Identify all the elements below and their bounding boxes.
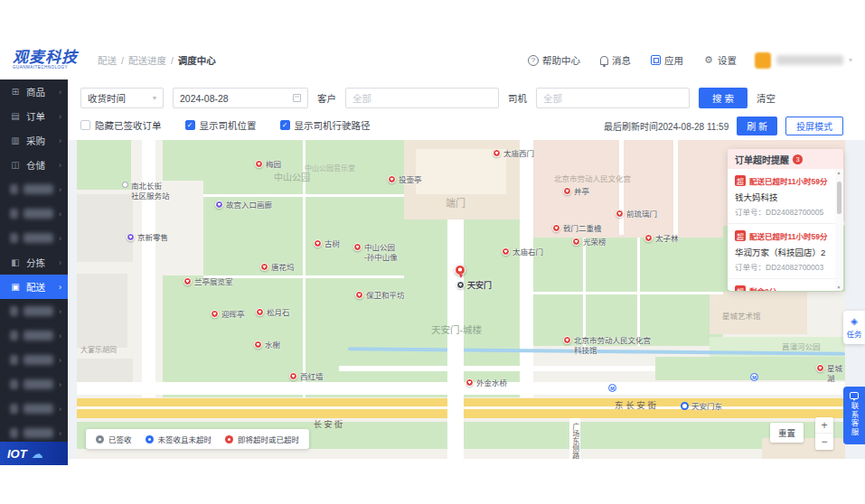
- map-pin-icon: [616, 210, 624, 218]
- driver-input[interactable]: [536, 88, 690, 108]
- user-box[interactable]: ▾: [755, 52, 852, 69]
- checkbox-box[interactable]: ✓: [280, 120, 290, 130]
- chevron-right-icon: ›: [59, 429, 61, 438]
- map-poi-red: 星城湖: [816, 364, 845, 383]
- header-menu-gear[interactable]: ⚙设置: [703, 53, 737, 67]
- map-poi-red: 古树: [314, 239, 340, 249]
- pin-icon: [225, 435, 233, 443]
- sidebar-item-redacted[interactable]: ›: [0, 323, 68, 348]
- map-area-label: 天安门-城楼: [431, 324, 482, 336]
- checkbox-显示司机行驶路径[interactable]: ✓显示司机行驶路径: [280, 118, 371, 132]
- map-poi-metro: 天安门东: [681, 402, 722, 412]
- sidebar-item-redacted[interactable]: ›: [0, 372, 68, 397]
- header-menu-apps[interactable]: 应用: [651, 53, 683, 67]
- clear-button[interactable]: 清空: [757, 91, 776, 105]
- header-menu-label: 应用: [664, 53, 683, 67]
- refresh-button[interactable]: 刷 新: [737, 117, 777, 135]
- chevron-down-icon: ▾: [153, 94, 156, 102]
- time-type-select[interactable]: 收货时间 ▾: [80, 88, 164, 108]
- zoom-out-button[interactable]: −: [815, 434, 833, 450]
- sidebar-item-redacted[interactable]: ›: [0, 348, 68, 372]
- map-pin-icon: [465, 378, 474, 387]
- breadcrumb-item[interactable]: 配送进度: [128, 53, 166, 67]
- map-pin-icon: [215, 201, 223, 209]
- brand-subtitle: GUANMAITECHNOLOGY: [13, 66, 78, 70]
- alert-order-item[interactable]: 超剩余0分华润万家（科技园店）2: [728, 279, 835, 291]
- sidebar-item-分拣[interactable]: ◧分拣›: [0, 250, 68, 275]
- checkbox-隐藏已签收订单[interactable]: 隐藏已签收订单: [80, 118, 162, 132]
- warehouse-icon: ◫: [10, 160, 21, 170]
- map-poi-label: 故宫入口画廊: [226, 201, 272, 210]
- orders-icon: ▤: [10, 111, 21, 121]
- cast-mode-button[interactable]: 投屏模式: [785, 117, 843, 135]
- delivery-overdue-pin[interactable]: [455, 265, 465, 275]
- alert-row: 超配送已超时11小时59分: [735, 175, 832, 186]
- scroll-thumb[interactable]: [837, 182, 841, 214]
- iot-logo-text: IOT: [7, 447, 27, 461]
- alert-order-item[interactable]: 超配送已超时11小时59分华润万家（科技园店）2订单号：DD2408270000…: [728, 224, 835, 279]
- scroll-track[interactable]: [835, 176, 842, 284]
- redacted-label: [24, 404, 53, 414]
- main-content: 收货时间 ▾ 2024-08-28 客户 司机 搜 索 清空 隐藏已签收订单✓显…: [68, 79, 865, 465]
- sidebar-item-配送[interactable]: ▣配送›: [0, 275, 68, 299]
- map-area-label: 端门: [446, 198, 465, 210]
- header-menu: ?帮助中心消息应用⚙设置: [528, 53, 737, 67]
- header-menu-help[interactable]: ?帮助中心: [528, 53, 580, 67]
- building-block: [77, 194, 133, 262]
- sidebar-item-仓储[interactable]: ◫仓储›: [0, 153, 68, 177]
- map-poi-red: 中山公园 -孙中山像: [353, 243, 398, 262]
- scroll-down-icon[interactable]: ▼: [837, 284, 841, 291]
- redacted-icon: [10, 233, 18, 243]
- sidebar-item-采购[interactable]: ▥采购›: [0, 128, 68, 153]
- top-header: 观麦科技 GUANMAITECHNOLOGY 配送/配送进度/调度中心 ?帮助中…: [0, 41, 865, 79]
- sidebar-item-redacted[interactable]: ›: [0, 201, 68, 226]
- date-value: 2024-08-28: [180, 93, 229, 104]
- zoom-in-button[interactable]: +: [815, 417, 833, 434]
- breadcrumb-item[interactable]: 配送: [98, 53, 117, 67]
- sidebar-item-redacted[interactable]: ›: [0, 226, 68, 250]
- header-menu-label: 帮助中心: [542, 53, 580, 67]
- map-poi-red: 西红墙: [289, 372, 324, 382]
- contact-support-tab[interactable]: 联系客服: [843, 387, 865, 444]
- task-tab[interactable]: ◈ 任务: [843, 311, 865, 344]
- avatar[interactable]: [755, 52, 771, 69]
- customer-input[interactable]: [345, 88, 499, 108]
- redacted-icon: [10, 355, 18, 365]
- brand-logo[interactable]: 观麦科技 GUANMAITECHNOLOGY: [13, 50, 78, 70]
- sidebar-item-redacted[interactable]: ›: [0, 177, 68, 201]
- sidebar-nav: ⊞商品›▤订单›▥采购›◫仓储››››◧分拣›▣配送››››››› IOT ☁: [0, 79, 68, 465]
- help-icon: ?: [528, 55, 539, 66]
- breadcrumb-item[interactable]: 调度中心: [178, 53, 216, 67]
- alert-customer-name: 华润万家（科技园店）2: [735, 246, 832, 258]
- date-picker[interactable]: 2024-08-28: [173, 88, 308, 108]
- map-poi-red: 松月石: [256, 308, 290, 318]
- map-poi-red: 外金水桥: [465, 378, 507, 388]
- panel-scrollbar[interactable]: ▲ ▼: [835, 169, 842, 291]
- sidebar-item-label: 商品: [26, 85, 45, 98]
- scroll-up-icon[interactable]: ▲: [837, 169, 841, 176]
- road-central-axis: [447, 219, 464, 459]
- iot-footer-logo[interactable]: IOT ☁: [0, 442, 68, 465]
- checkbox-显示司机位置[interactable]: ✓显示司机位置: [185, 118, 257, 132]
- map-reset-button[interactable]: 重置: [770, 423, 804, 443]
- checkbox-box[interactable]: ✓: [185, 120, 195, 130]
- search-button[interactable]: 搜 索: [699, 88, 747, 108]
- alert-order-item[interactable]: 超配送已超时11小时59分钱大妈科技订单号：DD24082700005: [728, 169, 835, 224]
- header-menu-bell[interactable]: 消息: [600, 53, 631, 67]
- sidebar-item-商品[interactable]: ⊞商品›: [0, 79, 68, 104]
- redacted-label: [24, 209, 53, 219]
- map-poi-gray: 南北长街 社区服务站: [122, 182, 170, 201]
- legend-item: 已签收: [96, 434, 132, 444]
- map-pin-icon: [572, 238, 580, 246]
- checkbox-box[interactable]: [80, 120, 90, 130]
- map-area-label: 中山公园: [274, 173, 310, 183]
- map-poi-label: 太庙西门: [503, 149, 534, 159]
- pin-icon: [96, 435, 104, 443]
- driver-label: 司机: [508, 91, 527, 105]
- legend-item: 未签收且未超时: [146, 434, 212, 444]
- sidebar-item-订单[interactable]: ▤订单›: [0, 104, 68, 128]
- map-pin-icon: [563, 187, 571, 195]
- sidebar-item-redacted[interactable]: ›: [0, 299, 68, 323]
- sidebar-item-redacted[interactable]: ›: [0, 397, 68, 421]
- map-poi-red: 迎晖亭: [211, 310, 245, 320]
